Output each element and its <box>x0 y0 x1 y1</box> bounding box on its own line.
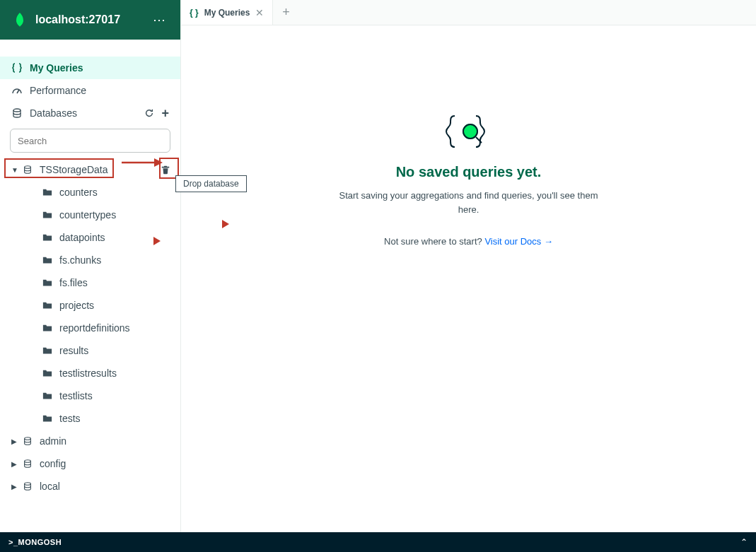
folder-icon <box>42 278 54 288</box>
empty-state: No saved queries yet. Start saving your … <box>181 25 756 532</box>
db-name: TSStorageData <box>40 164 158 175</box>
braces-icon <box>11 62 23 74</box>
braces-icon: { } <box>190 8 199 18</box>
svg-point-2 <box>25 438 31 440</box>
folder-icon <box>42 346 54 356</box>
gauge-icon <box>11 85 23 96</box>
tab-my-queries[interactable]: { } My Queries ✕ <box>181 0 273 25</box>
db-row-config[interactable]: ▶ config <box>0 452 180 475</box>
folder-icon <box>42 210 54 220</box>
connection-options-button[interactable]: ⋯ <box>150 9 169 30</box>
refresh-databases-button[interactable] <box>144 108 154 118</box>
empty-help: Not sure where to start? Visit our Docs … <box>384 236 553 247</box>
collection-name: fs.files <box>59 277 88 288</box>
folder-icon <box>42 233 54 242</box>
folder-icon <box>42 413 54 423</box>
search-input[interactable] <box>10 129 170 153</box>
empty-subtitle: Start saving your aggregations and find … <box>335 189 603 216</box>
tab-label: My Queries <box>204 8 250 18</box>
collection-row[interactable]: counters <box>0 181 180 204</box>
database-icon <box>11 107 23 119</box>
nav-label: My Queries <box>30 62 83 74</box>
collection-name: results <box>59 345 88 356</box>
mongosh-label: >_MONGOSH <box>8 538 62 546</box>
collection-row[interactable]: datapoints <box>0 226 180 249</box>
caret-right-icon: ▶ <box>11 438 18 445</box>
collection-row[interactable]: results <box>0 339 180 362</box>
svg-point-0 <box>13 109 21 112</box>
caret-right-icon: ▶ <box>11 483 18 491</box>
empty-illustration-icon <box>441 110 497 153</box>
close-tab-button[interactable]: ✕ <box>255 7 264 18</box>
db-name: admin <box>40 435 173 447</box>
database-icon <box>23 481 34 491</box>
folder-icon <box>42 323 54 333</box>
collection-row[interactable]: fs.chunks <box>0 249 180 271</box>
drop-database-button[interactable] <box>158 162 173 177</box>
db-row-local[interactable]: ▶ local <box>0 475 180 498</box>
nav-performance[interactable]: Performance <box>0 79 180 102</box>
collection-name: reportdefinitions <box>59 322 130 334</box>
database-tree: ▼ TSStorageData counters countertypes da… <box>0 155 180 498</box>
svg-point-3 <box>25 460 31 463</box>
collection-name: countertypes <box>59 209 116 221</box>
caret-down-icon: ▼ <box>11 166 18 174</box>
collection-name: projects <box>59 300 94 311</box>
help-prefix: Not sure where to start? <box>384 236 484 247</box>
folder-icon <box>42 368 54 378</box>
mongodb-leaf-icon <box>11 11 28 28</box>
collection-name: tests <box>59 413 81 424</box>
collection-row[interactable]: testlistresults <box>0 362 180 384</box>
db-row-admin[interactable]: ▶ admin <box>0 430 180 452</box>
folder-icon <box>42 187 54 197</box>
collection-name: testlists <box>59 390 93 401</box>
mongosh-bar[interactable]: >_MONGOSH ⌃ <box>0 532 756 552</box>
database-icon <box>23 165 34 175</box>
connection-header: localhost:27017 ⋯ <box>0 0 180 40</box>
nav-label: Performance <box>30 85 86 96</box>
sidebar: localhost:27017 ⋯ My Queries Performance <box>0 0 181 532</box>
collection-row[interactable]: tests <box>0 407 180 430</box>
database-icon <box>23 436 34 446</box>
connection-title: localhost:27017 <box>35 13 150 26</box>
collection-row[interactable]: fs.files <box>0 271 180 294</box>
db-name: config <box>40 458 173 469</box>
new-tab-button[interactable]: + <box>273 0 298 25</box>
visit-docs-link[interactable]: Visit our Docs → <box>484 236 553 247</box>
collection-name: datapoints <box>59 232 105 243</box>
collection-row[interactable]: countertypes <box>0 204 180 226</box>
nav-my-queries[interactable]: My Queries <box>0 57 180 79</box>
collection-name: fs.chunks <box>59 254 101 266</box>
db-name: local <box>40 481 173 492</box>
collection-row[interactable]: testlists <box>0 384 180 407</box>
collection-name: testlistresults <box>59 368 117 379</box>
tab-bar: { } My Queries ✕ + <box>181 0 756 25</box>
chevron-up-icon: ⌃ <box>740 537 748 547</box>
drop-database-tooltip: Drop database <box>175 175 247 192</box>
caret-right-icon: ▶ <box>11 460 18 468</box>
folder-icon <box>42 391 54 401</box>
db-row-TSStorageData[interactable]: ▼ TSStorageData <box>0 158 180 181</box>
svg-point-1 <box>25 166 31 169</box>
nav-label: Databases <box>30 107 77 119</box>
main-area: { } My Queries ✕ + No saved queries <box>181 0 756 532</box>
collection-row[interactable]: reportdefinitions <box>0 317 180 339</box>
folder-icon <box>42 300 54 310</box>
nav-databases[interactable]: Databases + <box>0 102 180 124</box>
create-database-button[interactable]: + <box>161 108 169 118</box>
collection-row[interactable]: projects <box>0 294 180 317</box>
database-icon <box>23 459 34 469</box>
collection-name: counters <box>59 187 98 198</box>
svg-point-4 <box>25 483 31 486</box>
folder-icon <box>42 255 54 265</box>
empty-title: No saved queries yet. <box>396 164 542 180</box>
